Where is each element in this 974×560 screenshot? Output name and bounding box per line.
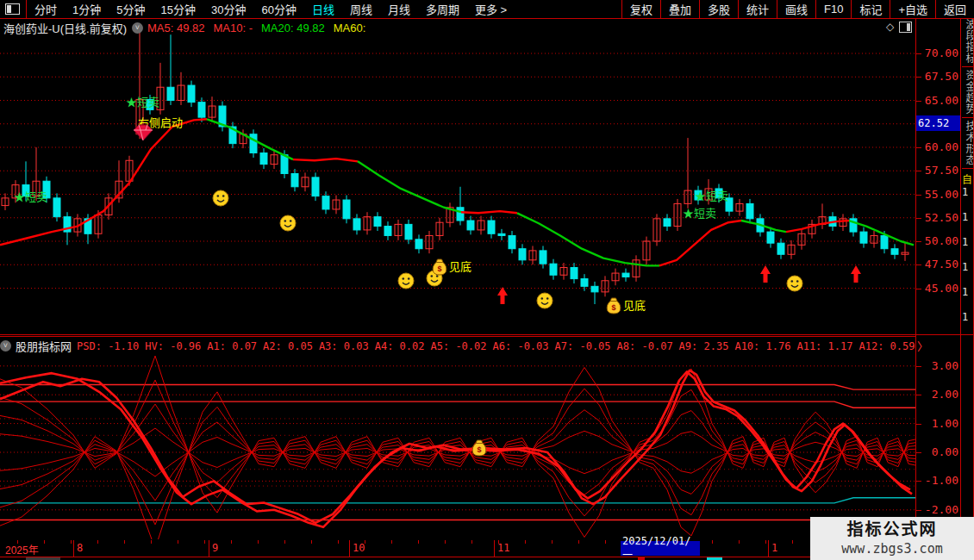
minor-tick (124, 540, 125, 544)
candle (167, 87, 174, 100)
bottom-signal-label: 见底 (449, 260, 471, 273)
menu-item-更多 >[interactable]: 更多 > (467, 1, 515, 17)
oscillator-label: -1.00 (919, 474, 958, 487)
title-corner-icons: ◇ (886, 20, 915, 34)
candle (550, 264, 557, 275)
crosshair-date-box: 2025/12/01/一 (621, 541, 700, 556)
minor-tick (311, 540, 312, 544)
chevron-down-icon[interactable]: ˅ (0, 340, 11, 352)
strip-section-label: 资金趋势 (962, 70, 973, 115)
indicator-header: ˅ 股朋指标网 PSD: -1.10HV: -0.96A1: 0.07A2: 0… (0, 336, 915, 354)
strip-count: 1 (962, 286, 973, 311)
date-axis: 2025年 8910111 2025/12/01/一 (0, 540, 915, 557)
svg-text:$: $ (437, 264, 441, 273)
candle (860, 232, 867, 243)
minor-tick (712, 540, 713, 544)
candle (322, 196, 329, 209)
toolbar-button-复权[interactable]: 复权 (621, 0, 660, 18)
strip-count: 1 (962, 261, 973, 286)
menu-item-15分钟[interactable]: 15分钟 (153, 1, 203, 17)
candle (53, 198, 60, 217)
main-candlestick-chart[interactable]: ★短卖★短卖右侧启动$见底$见底★短卖★短卖 (0, 19, 915, 334)
split-panel-icon[interactable] (899, 22, 912, 33)
more-values-arrow[interactable]: 〉 (917, 338, 928, 354)
diamond-marker-icon[interactable]: ◇ (886, 21, 894, 33)
minor-tick (552, 540, 553, 544)
svg-text:★短卖: ★短卖 (683, 207, 716, 220)
candle (198, 103, 205, 117)
toolbar-button-多股[interactable]: 多股 (699, 0, 738, 18)
candle (343, 200, 350, 219)
month-tick (768, 540, 769, 557)
indicator-value: A6: -0.03 (493, 340, 549, 352)
candle (622, 273, 629, 277)
toolbar-button-画线[interactable]: 画线 (777, 0, 815, 18)
menu-item-多周期[interactable]: 多周期 (418, 1, 467, 17)
oscillator-label: 1.00 (919, 417, 958, 430)
candle (777, 243, 784, 254)
minor-tick (418, 540, 419, 544)
signal-text-label: ★短卖 (14, 190, 47, 203)
signal-text-label: ★短卖 (695, 190, 728, 202)
toolbar-button-统计[interactable]: 统计 (738, 0, 777, 18)
menu-item-日线[interactable]: 日线 (304, 1, 342, 17)
candle (384, 227, 391, 236)
minor-tick (578, 540, 579, 544)
price-label: 47.50 (919, 258, 958, 271)
smiley-icon (787, 276, 802, 291)
bottom-signal-label: 见底 (623, 299, 646, 312)
indicator-value: A4: 0.02 (375, 340, 425, 352)
price-label: 55.00 (919, 188, 958, 201)
menu-item-30分钟[interactable]: 30分钟 (203, 1, 253, 17)
right-edge-strip[interactable]: 波段指标资金趋势技术形态自111111 (962, 19, 973, 557)
candle (260, 153, 267, 165)
minor-tick (498, 540, 499, 544)
indicator-values: PSD: -1.10HV: -0.96A1: 0.07A2: 0.05A3: 0… (77, 339, 915, 352)
candle (498, 233, 505, 235)
panel-divider[interactable] (0, 334, 974, 335)
minor-tick (605, 540, 606, 544)
toolbar-button-返回[interactable]: 返回 (935, 0, 974, 18)
price-label: 70.00 (919, 47, 958, 59)
svg-text:$: $ (611, 303, 615, 312)
oscillator-chart[interactable]: $ (0, 355, 915, 539)
candle (353, 219, 360, 230)
toolbar-button-+自选[interactable]: +自选 (890, 0, 935, 18)
candle (405, 224, 412, 239)
menu-item-5分钟[interactable]: 5分钟 (109, 1, 153, 17)
strip-separator (962, 168, 973, 169)
svg-text:★短卖: ★短卖 (695, 190, 728, 202)
oscillator-label: -2.00 (919, 503, 958, 516)
window-panel-icon[interactable] (5, 3, 20, 15)
smiley-icon (398, 273, 414, 289)
minor-tick (178, 540, 178, 544)
toolbar-button-叠加[interactable]: 叠加 (660, 0, 699, 18)
indicator-value: PSD: -1.10 (77, 340, 139, 352)
indicator-value: A12: 0.59 (858, 340, 915, 352)
minor-tick (739, 540, 740, 544)
toolbar-button-标记[interactable]: 标记 (851, 0, 890, 18)
watermark-title: 指标公式网 (846, 520, 937, 540)
menu-item-60分钟[interactable]: 60分钟 (253, 1, 303, 17)
strip-separator (962, 66, 973, 67)
menu-item-1分钟[interactable]: 1分钟 (65, 1, 109, 17)
moneybag-icon: $见底 (607, 298, 646, 314)
minor-tick (338, 540, 339, 544)
minor-tick (445, 540, 446, 544)
menu-item-分时[interactable]: 分时 (27, 1, 65, 17)
minor-tick (151, 540, 152, 544)
minor-tick (204, 540, 205, 544)
svg-text:★短卖: ★短卖 (14, 190, 47, 203)
indicator-value: A10: 1.76 (734, 340, 790, 352)
price-label: 52.50 (919, 211, 958, 224)
menu-item-月线[interactable]: 月线 (380, 1, 418, 17)
minor-tick (284, 540, 285, 544)
candle (581, 279, 588, 287)
toolbar-button-F10[interactable]: F10 (815, 0, 851, 18)
smiley-icon (537, 293, 553, 308)
smiley-icon (213, 190, 228, 206)
menu-item-周线[interactable]: 周线 (342, 1, 380, 17)
candle (457, 208, 464, 221)
indicator-value: A3: 0.03 (319, 340, 369, 352)
indicator-value: A11: 1.17 (796, 340, 852, 352)
